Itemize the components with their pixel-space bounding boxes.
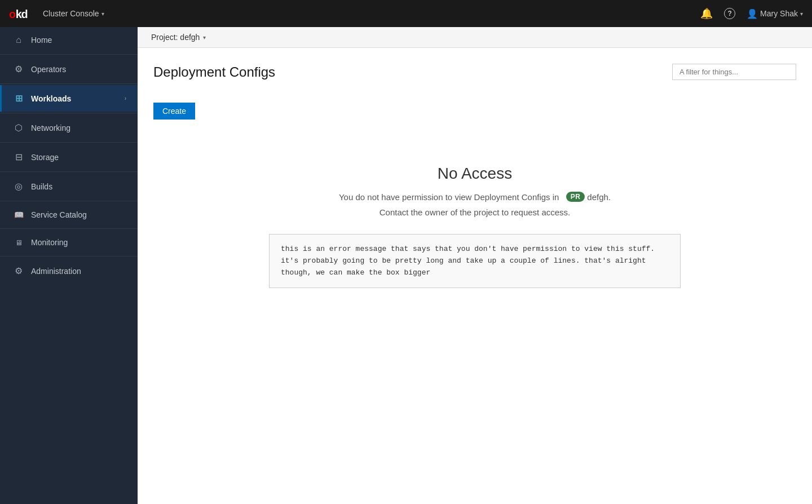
username-label: Mary Shak bbox=[760, 9, 798, 18]
error-message-box: this is an error message that says that … bbox=[269, 234, 681, 288]
workloads-arrow-icon: › bbox=[125, 95, 126, 101]
sidebar-divider-1 bbox=[0, 54, 138, 55]
page-title-section: Deployment Configs bbox=[153, 64, 275, 80]
sidebar-item-builds[interactable]: Builds bbox=[0, 173, 138, 200]
no-access-contact: Contact the owner of the project to requ… bbox=[165, 207, 785, 217]
no-access-section: No Access You do not have permission to … bbox=[153, 142, 796, 305]
toolbar-row: Deployment Configs bbox=[153, 64, 796, 80]
sidebar-divider-2 bbox=[0, 83, 138, 84]
content-area: Deployment Configs Create No Access You … bbox=[138, 48, 812, 504]
sidebar-divider-5 bbox=[0, 171, 138, 172]
sidebar-divider-3 bbox=[0, 113, 138, 113]
sidebar-item-administration[interactable]: Administration bbox=[0, 258, 138, 284]
monitoring-icon: 🖥 bbox=[13, 238, 24, 247]
sidebar-label-service-catalog: Service Catalog bbox=[31, 210, 126, 219]
cluster-console-dropdown[interactable]: Cluster Console ▾ bbox=[43, 9, 104, 18]
no-access-desc-before: You do not have permission to view Deplo… bbox=[339, 192, 559, 202]
user-avatar-icon: 👤 bbox=[747, 8, 758, 19]
svg-text:o: o bbox=[9, 8, 16, 20]
no-access-description: You do not have permission to view Deplo… bbox=[165, 192, 785, 202]
sidebar-divider-7 bbox=[0, 228, 138, 229]
project-chevron-icon: ▾ bbox=[203, 34, 206, 41]
logo[interactable]: o k d bbox=[9, 3, 29, 24]
sidebar-label-builds: Builds bbox=[31, 182, 126, 191]
error-message-text: this is an error message that says that … bbox=[281, 245, 655, 277]
home-icon bbox=[13, 35, 24, 45]
no-access-project-name: defgh. bbox=[587, 192, 611, 202]
service-catalog-icon: 📖 bbox=[13, 210, 24, 219]
sidebar-item-workloads[interactable]: ⊞ Workloads › bbox=[0, 85, 138, 112]
no-access-title: No Access bbox=[165, 165, 785, 183]
filter-input[interactable] bbox=[672, 64, 796, 80]
project-bar[interactable]: Project: defgh ▾ bbox=[138, 27, 812, 48]
sidebar-item-networking[interactable]: Networking bbox=[0, 114, 138, 141]
project-label: Project: defgh bbox=[151, 33, 200, 42]
sidebar-label-operators: Operators bbox=[31, 65, 126, 74]
sidebar-label-home: Home bbox=[31, 36, 126, 45]
notifications-bell-icon[interactable]: 🔔 bbox=[700, 7, 713, 20]
networking-icon bbox=[13, 122, 24, 133]
main-layout: Home Operators ⊞ Workloads › Networking … bbox=[0, 27, 812, 504]
sidebar-label-storage: Storage bbox=[31, 153, 126, 162]
user-chevron-icon: ▾ bbox=[800, 11, 803, 17]
help-question-icon[interactable]: ? bbox=[724, 8, 735, 19]
user-menu[interactable]: 👤 Mary Shak ▾ bbox=[747, 8, 803, 19]
sidebar-item-storage[interactable]: Storage bbox=[0, 144, 138, 170]
builds-icon bbox=[13, 181, 24, 192]
top-navigation: o k d Cluster Console ▾ 🔔 ? 👤 Mary Shak … bbox=[0, 0, 812, 27]
sidebar: Home Operators ⊞ Workloads › Networking … bbox=[0, 27, 138, 504]
sidebar-item-monitoring[interactable]: 🖥 Monitoring bbox=[0, 230, 138, 255]
sidebar-divider-4 bbox=[0, 142, 138, 143]
cluster-console-label: Cluster Console bbox=[43, 9, 99, 18]
sidebar-item-service-catalog[interactable]: 📖 Service Catalog bbox=[0, 202, 138, 227]
sidebar-item-home[interactable]: Home bbox=[0, 27, 138, 53]
sidebar-divider-6 bbox=[0, 201, 138, 201]
create-button-row: Create bbox=[153, 103, 796, 120]
main-content: Project: defgh ▾ Deployment Configs Crea… bbox=[138, 27, 812, 504]
page-title: Deployment Configs bbox=[153, 64, 275, 80]
sidebar-label-networking: Networking bbox=[31, 123, 126, 132]
cluster-chevron-icon: ▾ bbox=[102, 11, 104, 17]
sidebar-label-administration: Administration bbox=[31, 267, 126, 276]
operators-icon bbox=[13, 64, 24, 74]
topnav-right-section: 🔔 ? 👤 Mary Shak ▾ bbox=[700, 7, 803, 20]
administration-icon bbox=[13, 266, 24, 276]
sidebar-item-operators[interactable]: Operators bbox=[0, 56, 138, 82]
create-button[interactable]: Create bbox=[153, 103, 195, 120]
svg-text:d: d bbox=[21, 8, 28, 20]
sidebar-label-workloads: Workloads bbox=[31, 94, 118, 103]
sidebar-label-monitoring: Monitoring bbox=[31, 238, 126, 247]
storage-icon bbox=[13, 152, 24, 162]
sidebar-divider-8 bbox=[0, 256, 138, 257]
project-badge: PR bbox=[566, 192, 585, 202]
workloads-icon: ⊞ bbox=[13, 93, 24, 104]
